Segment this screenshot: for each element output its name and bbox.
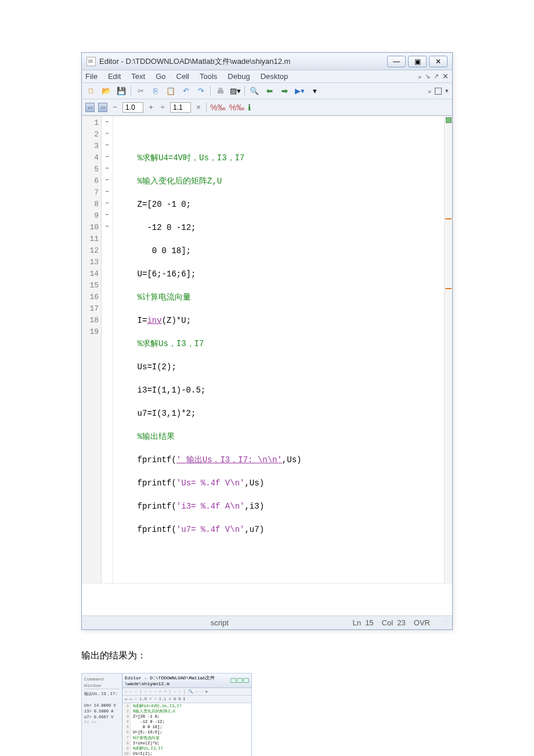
menu-text[interactable]: Text <box>131 72 145 81</box>
print-icon[interactable]: 🖶 <box>214 85 226 97</box>
menu-edit[interactable]: Edit <box>108 72 121 81</box>
multiply-icon[interactable]: × <box>194 103 203 111</box>
line-number-gutter: 1 2 3 4 5 6 7 8 9 10 11 12 13 14 15 16 1… <box>82 116 102 583</box>
menu-tools[interactable]: Tools <box>200 72 217 81</box>
thumb-max-icon <box>237 678 243 683</box>
redo-icon[interactable]: ↷ <box>195 85 207 97</box>
separator <box>206 102 207 113</box>
toolbar-more[interactable]: » <box>428 88 431 95</box>
toggle-box-icon[interactable] <box>435 88 442 95</box>
menu-bar: File Edit Text Go Cell Tools Debug Deskt… <box>82 70 452 83</box>
thumb-close-icon <box>243 678 249 683</box>
copy-icon[interactable]: ⎘ <box>150 85 161 97</box>
window-controls: — ▣ ✕ <box>387 56 448 67</box>
toolbar-arrow-icon[interactable]: ▾ <box>445 87 449 95</box>
editor-window: Editor - D:\TDDOWNLOAD\Matlab文件\wade\shi… <box>81 52 453 630</box>
minus-icon[interactable]: − <box>111 103 119 111</box>
separator <box>210 86 211 96</box>
window-title: Editor - D:\TDDOWNLOAD\Matlab文件\wade\shi… <box>99 56 387 67</box>
menu-desktop[interactable]: Desktop <box>261 72 288 81</box>
editor-blank <box>82 583 452 615</box>
separator <box>244 86 245 96</box>
undo-icon[interactable]: ↶ <box>180 85 192 97</box>
file-type-label: script <box>86 618 352 627</box>
eval-advance-icon[interactable]: %‰ <box>229 103 244 112</box>
find-icon[interactable]: 🔍 <box>248 85 260 97</box>
title-bar: Editor - D:\TDDOWNLOAD\Matlab文件\wade\shi… <box>82 53 452 70</box>
dock-arrow-icon[interactable]: ↘ <box>425 73 430 80</box>
status-ok-icon <box>446 117 452 123</box>
cell-increment-input[interactable]: 1.1 <box>170 102 191 113</box>
menu-more[interactable]: » <box>418 73 421 80</box>
pane-close-icon[interactable]: ✕ <box>442 72 449 81</box>
status-bar: script Ln 15 Col 23 OVR ⋰ <box>82 615 452 629</box>
code-content[interactable]: %求解U4=4V时，Us，I3，I7 %输入变化后的矩阵Z,U Z=[20 -1… <box>113 116 444 583</box>
app-icon <box>86 57 96 66</box>
thumbnail-screenshot: Command Window 输出Us，I3，I7: Us= 14.0000 V… <box>81 673 252 756</box>
cell-insert-above-icon[interactable]: ▭ <box>85 103 95 112</box>
thumb-editor: Editor - D:\TDDOWNLOAD\Matlab文件\wade\shi… <box>122 674 251 756</box>
resize-grip-icon[interactable]: ⋰ <box>442 620 448 626</box>
warning-marker-icon[interactable] <box>445 218 452 219</box>
fold-gutter[interactable]: – – – – – – – – – – <box>102 116 113 583</box>
message-bar[interactable] <box>444 116 452 583</box>
cell-insert-below-icon[interactable]: ▭ <box>98 103 107 112</box>
eval-cell-icon[interactable]: %‰ <box>210 103 225 112</box>
menu-file[interactable]: File <box>85 72 98 81</box>
minimize-button[interactable]: — <box>387 56 406 67</box>
thumb-command-window: Command Window 输出Us，I3，I7: Us= 14.0000 V… <box>82 674 122 756</box>
plus-icon[interactable]: + <box>147 103 155 111</box>
cell-factor-input[interactable]: 1.0 <box>122 102 143 113</box>
menu-go[interactable]: Go <box>156 72 165 81</box>
code-editor[interactable]: 1 2 3 4 5 6 7 8 9 10 11 12 13 14 15 16 1… <box>82 116 452 583</box>
toolbar-cell: ▭ ▭ − 1.0 + ÷ 1.1 × %‰ %‰ ℹ <box>82 99 452 116</box>
doc-result-label: 输出的结果为： <box>81 644 453 667</box>
separator <box>131 86 131 96</box>
warning-marker-icon[interactable] <box>445 288 452 289</box>
run-icon[interactable]: ▶▾ <box>294 85 305 97</box>
forward-icon[interactable]: ➡ <box>279 85 290 97</box>
menu-cell[interactable]: Cell <box>176 72 189 81</box>
menu-debug[interactable]: Debug <box>228 72 250 81</box>
help-icon[interactable]: ℹ <box>248 103 251 112</box>
save-icon[interactable]: 💾 <box>116 85 127 97</box>
maximize-button[interactable]: ▣ <box>408 56 427 67</box>
back-icon[interactable]: ⬅ <box>264 85 275 97</box>
toolbar-main: 🗋 📂 💾 ✂ ⎘ 📋 ↶ ↷ 🖶 ▨▾ 🔍 ⬅ ➡ ▶▾ ▾ » ▾ <box>82 83 452 99</box>
new-file-icon[interactable]: 🗋 <box>85 85 97 97</box>
insert-mode[interactable]: OVR <box>414 618 430 627</box>
thumb-min-icon <box>230 678 236 683</box>
paste-icon[interactable]: 📋 <box>165 85 176 97</box>
cut-icon[interactable]: ✂ <box>135 85 146 97</box>
undock-icon[interactable]: ↗ <box>434 73 439 80</box>
open-file-icon[interactable]: 📂 <box>100 85 112 97</box>
comment-icon[interactable]: ▨▾ <box>229 85 241 97</box>
toolbar-dropdown-icon[interactable]: ▾ <box>309 85 320 97</box>
divide-icon[interactable]: ÷ <box>158 103 167 111</box>
close-button[interactable]: ✕ <box>429 56 448 67</box>
